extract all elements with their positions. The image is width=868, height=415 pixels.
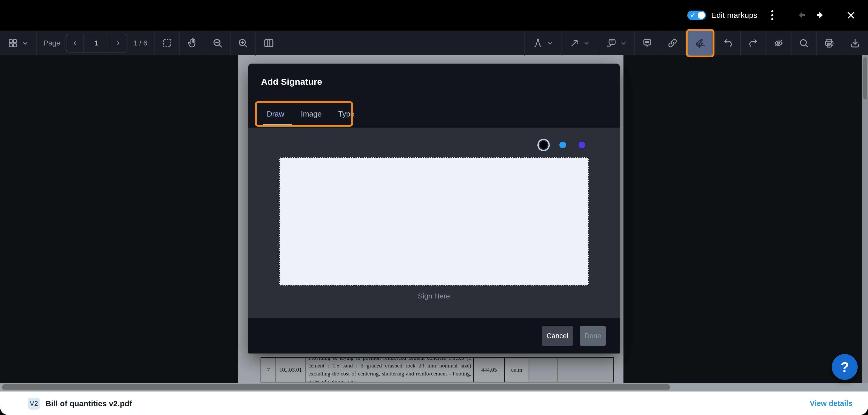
version-badge: V2 xyxy=(28,398,40,410)
redo-button[interactable] xyxy=(741,31,766,56)
print-button[interactable] xyxy=(817,31,842,56)
grid-icon xyxy=(7,38,18,48)
swatch-black-selected[interactable] xyxy=(540,141,548,149)
add-signature-modal: Add Signature Draw Image Type Sign Here xyxy=(248,64,620,353)
description-cell: Providing & laying in position reinforce… xyxy=(306,358,473,382)
two-page-view-icon xyxy=(263,37,275,49)
tab-type[interactable]: Type xyxy=(338,110,354,118)
modal-footer: Cancel Done xyxy=(248,318,620,353)
page-navigator xyxy=(66,34,127,53)
zoom-in-button[interactable] xyxy=(230,31,255,56)
sign-here-hint: Sign Here xyxy=(279,292,589,300)
comment-icon xyxy=(642,38,653,49)
callout-text-tool-button[interactable] xyxy=(598,31,634,56)
signature-draw-canvas[interactable] xyxy=(279,157,589,286)
item-code-cell: RC.03.01 xyxy=(276,358,306,382)
boq-table-row: 7 RC.03.01 Providing & laying in positio… xyxy=(260,357,614,382)
swatch-violet[interactable] xyxy=(578,141,586,149)
page-label: Page xyxy=(43,39,60,47)
horizontal-scrollbar[interactable] xyxy=(0,383,868,391)
previous-page-button[interactable] xyxy=(66,34,84,52)
signature-icon xyxy=(693,36,707,50)
quantity-cell: 444,05 xyxy=(474,358,505,382)
hide-markups-button[interactable] xyxy=(766,31,791,56)
vertical-scrollbar[interactable] xyxy=(862,55,868,383)
arrow-tool-button[interactable] xyxy=(561,31,598,56)
zoom-in-icon xyxy=(238,38,248,49)
done-button-disabled[interactable]: Done xyxy=(580,326,606,346)
eye-off-icon xyxy=(773,37,784,49)
file-name: Bill of quantities v2.pdf xyxy=(45,399,132,408)
page-input-wrap xyxy=(84,34,109,52)
edit-markups-toggle[interactable]: ✓ xyxy=(687,10,706,20)
signature-tool-highlight xyxy=(686,29,714,57)
status-bar: V2 Bill of quantities v2.pdf View detail… xyxy=(0,392,868,415)
modal-title: Add Signature xyxy=(261,77,322,87)
link-tool-button[interactable] xyxy=(660,31,685,56)
unit-cell: cu.m xyxy=(505,358,529,382)
arrow-icon xyxy=(569,38,580,48)
search-icon xyxy=(799,38,809,49)
swatch-blue[interactable] xyxy=(559,141,567,149)
print-icon xyxy=(824,37,835,49)
zoom-out-button[interactable] xyxy=(205,31,230,56)
help-button[interactable]: ? xyxy=(832,354,858,380)
modal-header: Add Signature xyxy=(248,64,620,100)
toolbar: Page 1 / 6 xyxy=(0,31,868,55)
rate-cell-empty xyxy=(529,358,558,382)
vertical-scrollbar-thumb[interactable] xyxy=(863,57,867,99)
document-viewer: 7 RC.03.01 Providing & laying in positio… xyxy=(0,55,868,383)
comment-tool-button[interactable] xyxy=(635,31,660,56)
app-window: ✓ Edit markups Page xyxy=(0,0,868,415)
chevron-down-icon xyxy=(22,40,29,46)
next-page-button[interactable] xyxy=(109,34,127,52)
modal-tabs: Draw Image Type xyxy=(248,100,620,128)
hand-icon xyxy=(187,38,198,49)
color-swatches xyxy=(540,141,586,149)
thumbnail-grid-button[interactable] xyxy=(0,31,36,56)
tab-draw[interactable]: Draw xyxy=(267,110,284,118)
close-icon[interactable] xyxy=(846,10,856,20)
next-arrow-icon[interactable] xyxy=(814,10,825,21)
horizontal-scrollbar-thumb[interactable] xyxy=(2,384,670,390)
page-layout-button[interactable] xyxy=(256,31,282,56)
redo-icon xyxy=(748,38,759,49)
measure-tool-button[interactable] xyxy=(525,31,561,56)
tab-image[interactable]: Image xyxy=(301,110,322,118)
row-number-cell: 7 xyxy=(261,358,276,382)
view-details-link[interactable]: View details xyxy=(810,399,853,408)
search-button[interactable] xyxy=(792,31,816,56)
previous-arrow-icon[interactable] xyxy=(797,10,807,21)
chevron-down-icon xyxy=(583,40,590,46)
check-icon: ✓ xyxy=(690,12,695,19)
pan-button[interactable] xyxy=(180,31,205,56)
marquee-icon xyxy=(161,38,173,49)
cancel-button[interactable]: Cancel xyxy=(542,326,573,346)
callout-text-icon xyxy=(606,38,617,49)
page-number-input[interactable] xyxy=(85,39,107,47)
chevron-down-icon xyxy=(620,40,627,46)
chevron-down-icon xyxy=(547,40,553,46)
download-button[interactable] xyxy=(842,31,868,56)
caliper-icon xyxy=(533,38,543,48)
top-bar: ✓ Edit markups xyxy=(0,0,868,31)
undo-button[interactable] xyxy=(715,31,740,56)
marquee-select-button[interactable] xyxy=(155,31,179,56)
download-icon xyxy=(849,37,861,49)
link-icon xyxy=(667,38,678,49)
active-tab-underline xyxy=(262,124,292,126)
zoom-out-icon xyxy=(212,38,223,49)
more-options-icon[interactable] xyxy=(770,9,775,22)
page-count-label: 1 / 6 xyxy=(133,39,147,47)
signature-tool-button[interactable] xyxy=(688,31,713,56)
amount-cell-empty xyxy=(558,358,613,382)
modal-body: Sign Here xyxy=(248,128,620,318)
toggle-knob xyxy=(698,12,705,19)
edit-markups-label: Edit markups xyxy=(711,11,757,20)
undo-icon xyxy=(722,38,733,49)
